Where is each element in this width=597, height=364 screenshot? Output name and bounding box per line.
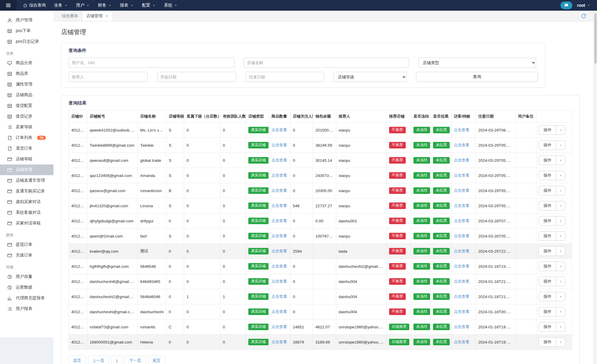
sidebar-item-train-buy-record[interactable]: 直通车购买记录: [0, 186, 53, 197]
tab-shop-manage[interactable]: 店铺管理: [82, 11, 113, 21]
referrer-input[interactable]: [69, 72, 148, 82]
sidebar-item-agent-report[interactable]: 代理商充提报表: [0, 293, 53, 303]
vertical-scrollbar[interactable]: [593, 11, 597, 364]
sidebar-item-loan-record[interactable]: 借贷记录: [0, 111, 53, 122]
action-button[interactable]: 操作: [539, 247, 556, 256]
action-button[interactable]: 操作: [539, 292, 556, 301]
sidebar-item-goods-store[interactable]: 商品库: [0, 68, 53, 79]
visitors-view-link[interactable]: 点击查看: [454, 219, 469, 223]
nav-item-business[interactable]: 业务: [50, 0, 72, 11]
visitors-view-link[interactable]: 点击查看: [454, 340, 469, 344]
action-button[interactable]: 操作: [539, 307, 556, 316]
pagination-last[interactable]: 尾页: [148, 356, 165, 364]
sidebar-item-user-manage[interactable]: 用户管理: [0, 15, 53, 26]
action-dropdown-toggle[interactable]: [556, 292, 565, 301]
action-dropdown-toggle[interactable]: [556, 338, 565, 346]
scrollbar-thumb[interactable]: [594, 13, 597, 64]
visitors-view-link[interactable]: 点击查看: [454, 234, 469, 238]
visitors-view-link[interactable]: 点击查看: [454, 249, 469, 253]
action-dropdown-toggle[interactable]: [556, 156, 565, 165]
goods-view-link[interactable]: 点击查看: [271, 203, 287, 208]
goods-view-link[interactable]: 点击查看: [271, 264, 287, 268]
sidebar-item-virtual-buyer-chat[interactable]: 虚拟买家对话: [0, 197, 53, 207]
goods-view-link[interactable]: 点击查看: [271, 219, 287, 223]
sidebar-item-shop-goods[interactable]: 店铺商品: [0, 90, 53, 100]
sidebar-item-user-report[interactable]: 用户报表: [0, 303, 53, 314]
sidebar-item-shop-audit[interactable]: 店铺审核: [0, 154, 53, 164]
action-dropdown-toggle[interactable]: [556, 307, 565, 316]
action-dropdown-toggle[interactable]: [556, 247, 565, 256]
nav-item-user[interactable]: 用户: [72, 0, 94, 11]
action-dropdown-toggle[interactable]: [556, 141, 565, 150]
goods-view-link[interactable]: 点击查看: [271, 340, 287, 344]
action-button[interactable]: 操作: [539, 201, 556, 210]
goods-view-link[interactable]: 点击查看: [271, 279, 287, 284]
action-button[interactable]: 操作: [539, 322, 556, 331]
goods-view-link[interactable]: 点击查看: [271, 234, 287, 238]
action-button[interactable]: 操作: [539, 216, 556, 225]
visitors-view-link[interactable]: 点击查看: [454, 188, 469, 193]
visitors-view-link[interactable]: 点击查看: [454, 143, 469, 147]
tab-query[interactable]: 综合查询: [58, 11, 82, 21]
action-button[interactable]: 操作: [539, 171, 556, 180]
visitors-view-link[interactable]: 点击查看: [454, 128, 469, 132]
action-dropdown-toggle[interactable]: [556, 126, 565, 134]
visitors-view-link[interactable]: 点击查看: [454, 158, 469, 162]
visitors-view-link[interactable]: 点击查看: [454, 264, 469, 268]
goods-view-link[interactable]: 点击查看: [271, 158, 287, 162]
action-button[interactable]: 操作: [539, 141, 556, 150]
action-button[interactable]: 操作: [539, 277, 556, 286]
end-date-input[interactable]: [246, 72, 324, 82]
sidebar-item-goods-category[interactable]: 商品分类: [0, 58, 53, 68]
goods-view-link[interactable]: 点击查看: [271, 294, 287, 299]
visitors-view-link[interactable]: 点击查看: [454, 325, 469, 329]
sidebar-item-shop-train-manage[interactable]: 店铺直通车管理: [0, 175, 53, 186]
goods-view-link[interactable]: 点击查看: [271, 188, 287, 193]
pagination-next[interactable]: 下一页: [125, 356, 146, 364]
pagination-prev[interactable]: 上一页: [88, 356, 109, 364]
action-dropdown-toggle[interactable]: [556, 262, 565, 271]
action-button[interactable]: 操作: [539, 186, 556, 195]
goods-view-link[interactable]: 点击查看: [271, 249, 287, 253]
action-dropdown-toggle[interactable]: [556, 171, 565, 180]
goods-view-link[interactable]: 点击查看: [271, 325, 287, 329]
sidebar-toggle-button[interactable]: [0, 0, 17, 11]
nav-item-finance[interactable]: 财务: [94, 0, 116, 11]
sidebar-item-shop-manage[interactable]: 店铺管理: [0, 164, 53, 175]
sidebar-item-order-list[interactable]: 订单列表70: [0, 132, 53, 143]
visitors-view-link[interactable]: 点击查看: [454, 279, 469, 284]
sidebar-item-seller-level[interactable]: 卖家等级: [0, 122, 53, 132]
sidebar-item-attr-manage[interactable]: 属性管理: [0, 79, 53, 90]
visitors-view-link[interactable]: 点击查看: [454, 294, 469, 299]
store-type-select[interactable]: 店铺类型: [418, 58, 536, 68]
pagination-page-1[interactable]: 1: [111, 356, 123, 364]
action-dropdown-toggle[interactable]: [556, 186, 565, 195]
action-button[interactable]: 操作: [539, 338, 556, 346]
start-date-input[interactable]: [157, 72, 236, 82]
sidebar-item-return-order[interactable]: 退货订单: [0, 143, 53, 154]
visitors-view-link[interactable]: 点击查看: [454, 173, 469, 178]
pagination-first[interactable]: 首页: [69, 356, 86, 364]
action-dropdown-toggle[interactable]: [556, 232, 565, 240]
visitors-view-link[interactable]: 点击查看: [454, 309, 469, 314]
sidebar-item-system-service-chat[interactable]: 系统客服对话: [0, 207, 53, 218]
goods-view-link[interactable]: 点击查看: [271, 128, 287, 132]
sidebar-item-withdraw-order[interactable]: 提现订单: [0, 239, 53, 250]
action-button[interactable]: 操作: [539, 126, 556, 134]
action-dropdown-toggle[interactable]: [556, 201, 565, 210]
goods-view-link[interactable]: 点击查看: [271, 309, 287, 314]
action-button[interactable]: 操作: [539, 156, 556, 165]
shop-name-input[interactable]: [244, 58, 409, 68]
tab-close-icon[interactable]: [105, 15, 108, 18]
nav-item-system[interactable]: 系统: [160, 0, 182, 11]
sidebar-item-operation-data[interactable]: 运营数据: [0, 282, 53, 293]
sidebar-item-recharge-order[interactable]: 充值订单: [0, 250, 53, 261]
action-button[interactable]: 操作: [539, 232, 556, 240]
action-dropdown-toggle[interactable]: [556, 322, 565, 331]
chat-button[interactable]: [560, 1, 572, 9]
sidebar-item-pos-log[interactable]: pos日志记录: [0, 36, 53, 47]
action-dropdown-toggle[interactable]: [556, 277, 565, 286]
action-button[interactable]: 操作: [539, 262, 556, 271]
username-input[interactable]: [69, 58, 234, 68]
refresh-button[interactable]: [579, 11, 588, 21]
